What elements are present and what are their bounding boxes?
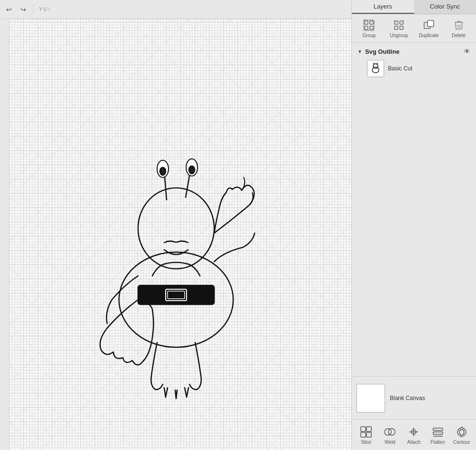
svg-rect-29 — [367, 427, 371, 431]
contour-label: Contour — [453, 440, 470, 445]
svg-rect-23 — [427, 20, 434, 27]
svg-point-24 — [372, 67, 379, 73]
ruler-left — [0, 19, 10, 450]
toolbar-separator — [33, 5, 34, 14]
weld-icon — [383, 425, 397, 439]
svg-rect-31 — [367, 432, 371, 437]
svg-point-9 — [160, 167, 166, 175]
attach-label: Attach — [407, 440, 420, 445]
group-collapse-arrow: ▼ — [357, 49, 362, 54]
contour-icon — [455, 425, 468, 439]
weld-button[interactable]: Weld — [379, 422, 401, 448]
svg-point-4 — [138, 188, 214, 269]
svg-rect-16 — [395, 21, 398, 24]
delete-label: Delete — [452, 33, 466, 38]
canvas-label: Blank Canvas — [390, 395, 425, 401]
duplicate-label: Duplicate — [419, 33, 439, 38]
svg-point-10 — [189, 166, 195, 174]
slice-icon — [359, 425, 373, 439]
layer-name-basic-cut: Basic Cut — [388, 65, 412, 72]
svg-rect-17 — [400, 21, 403, 24]
layer-item-basic-cut[interactable]: Basic Cut — [356, 57, 472, 80]
layer-group-svg-outline: ▼ Svg Outline 👁 Basic Cut — [352, 43, 476, 83]
svg-rect-28 — [361, 427, 366, 431]
duplicate-icon — [422, 19, 436, 32]
flatten-label: Flatten — [430, 440, 445, 445]
svg-rect-35 — [433, 428, 443, 430]
svg-rect-36 — [433, 432, 443, 434]
canvas-thumbnail — [357, 384, 385, 412]
layer-list: ▼ Svg Outline 👁 Basic Cut — [352, 43, 476, 376]
panel-tabs: Layers Color Sync — [352, 0, 476, 14]
bottom-tools: Slice Weld Attach — [352, 419, 476, 450]
delete-button[interactable]: Delete — [446, 17, 472, 40]
ungroup-label: Ungroup — [390, 33, 408, 38]
units-label: Y U ↕ — [39, 7, 50, 12]
bottom-canvas-section: Blank Canvas — [352, 376, 476, 419]
svg-rect-1 — [138, 285, 214, 304]
mr-krabs-drawing — [100, 159, 255, 399]
duplicate-button[interactable]: Duplicate — [416, 17, 442, 40]
top-toolbar: ↩ ↪ Y U ↕ — [0, 0, 351, 19]
tab-color-sync[interactable]: Color Sync — [414, 0, 476, 14]
flatten-button[interactable]: Flatten — [427, 422, 449, 448]
svg-rect-11 — [365, 21, 368, 24]
slice-label: Slice — [361, 440, 371, 445]
svg-rect-12 — [370, 21, 373, 24]
svg-line-27 — [377, 63, 377, 65]
right-panel: Layers Color Sync Group — [351, 0, 476, 450]
group-label: Group — [362, 33, 376, 38]
tab-layers[interactable]: Layers — [352, 0, 414, 14]
slice-button[interactable]: Slice — [355, 422, 377, 448]
ungroup-icon — [392, 19, 406, 32]
layer-thumbnail — [367, 60, 384, 77]
undo-button[interactable]: ↩ — [2, 3, 16, 16]
attach-icon — [407, 425, 420, 439]
redo-button[interactable]: ↪ — [17, 3, 30, 16]
svg-rect-30 — [361, 432, 366, 437]
svg-rect-14 — [370, 26, 373, 29]
undo-redo-group: ↩ ↪ — [2, 3, 30, 16]
eye-icon[interactable]: 👁 — [464, 48, 470, 55]
drawing-svg[interactable] — [10, 19, 351, 450]
svg-rect-19 — [400, 26, 403, 29]
svg-rect-18 — [395, 26, 398, 29]
layer-group-header[interactable]: ▼ Svg Outline 👁 — [356, 46, 472, 57]
svg-rect-15 — [364, 20, 374, 30]
attach-button[interactable]: Attach — [403, 422, 425, 448]
delete-icon — [452, 19, 466, 32]
contour-button[interactable]: Contour — [451, 422, 473, 448]
svg-rect-13 — [365, 26, 368, 29]
group-icon — [362, 19, 376, 32]
flatten-icon — [431, 425, 445, 439]
group-button[interactable]: Group — [356, 17, 382, 40]
ungroup-button[interactable]: Ungroup — [386, 17, 412, 40]
svg-point-33 — [388, 429, 395, 435]
layer-group-title: Svg Outline — [365, 48, 461, 55]
svg-line-26 — [374, 63, 374, 65]
canvas-area: ↩ ↪ Y U ↕ 12 13 14 15 16 17 18 19 20 21 — [0, 0, 351, 450]
weld-label: Weld — [385, 440, 396, 445]
panel-toolbar: Group Ungroup — [352, 14, 476, 43]
svg-point-32 — [385, 429, 391, 435]
